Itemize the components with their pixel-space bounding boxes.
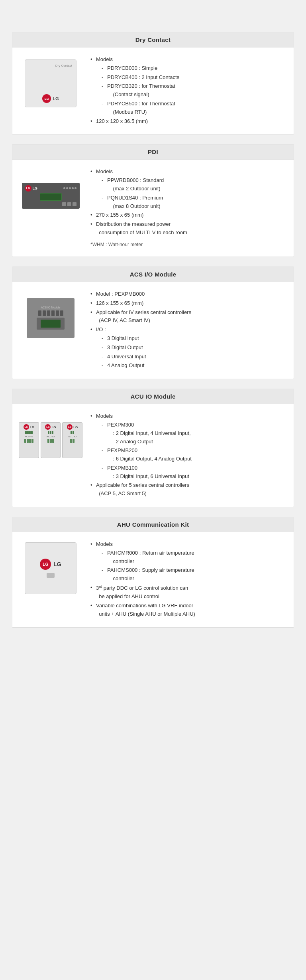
ahu-lg-row: LG LG [40, 559, 61, 570]
pdi-dot [75, 187, 76, 189]
pdi-device: LG LG [22, 183, 80, 209]
pdi-dot [72, 187, 74, 189]
acu-bottom-pins-2 [47, 439, 54, 443]
acs-port [56, 310, 59, 316]
acu-models: PEXPM300 : 2 Digital Input, 4 Universal … [96, 421, 287, 481]
list-item: Variable combinations with LG VRF indoor… [90, 602, 287, 618]
list-item: PQNUD1S40 : Premium (max 8 Outdoor unit) [102, 194, 287, 211]
list-item: I/O : 3 Digital Input 3 Digital Output 4… [90, 326, 287, 370]
acu-pin [48, 431, 49, 434]
ahu-kit-image: LG LG [19, 540, 82, 596]
acu-terminals [25, 431, 33, 434]
acu-pin [29, 439, 31, 443]
dry-contact-card: Dry Contact Dry Contact LG LG Models PDR… [12, 32, 294, 134]
acu-bottom-pins-3 [70, 439, 75, 443]
acu-unit-1: LG LG ACU IO [19, 422, 39, 458]
lg-logo: LG LG [42, 94, 59, 103]
acu-terminals-3 [71, 431, 74, 434]
list-item: 3rd party DDC or LG control solution can… [90, 584, 287, 601]
acu-io-title-text: ACU IO Module [130, 393, 175, 400]
lg-circle-icon: LG [42, 94, 51, 103]
acs-io-body: ACS IO Module Model : PEXPMB000 126 x 15… [12, 282, 294, 379]
ahu-device: LG LG [25, 542, 76, 594]
list-item: PDRYCB320 : for Thermostat (Contact sign… [102, 82, 287, 99]
acu-io-image: LG LG ACU IO [19, 412, 82, 468]
acu-lg-text: LG [30, 425, 34, 429]
pdi-title: PDI [12, 144, 294, 160]
acu-pin [27, 439, 29, 443]
list-item: Applicable for IV series central control… [90, 308, 287, 325]
acu-pin [52, 439, 54, 443]
acu-pin [70, 439, 72, 443]
acu-lg-circle: LG [24, 424, 29, 430]
pdi-models: PPWRDB000 : Standard (max 2 Outdoor unit… [96, 176, 287, 210]
acu-device: LG LG ACU IO [19, 420, 82, 460]
acu-pin [27, 431, 29, 434]
acu-io-card: ACU IO Module LG LG ACU IO [12, 389, 294, 507]
acu-unit-3: LG LG ACU IO [62, 422, 82, 458]
pdi-list: Models PPWRDB000 : Standard (max 2 Outdo… [90, 168, 287, 237]
list-item: PEXPM300 : 2 Digital Input, 4 Universal … [102, 421, 287, 446]
ahu-kit-title-text: AHU Communication Kit [117, 521, 189, 528]
list-item: PDRYCB500 : for Thermostat (Modbus RTU) [102, 100, 287, 117]
acs-device: ACS IO Module [27, 298, 75, 338]
dry-contact-title: Dry Contact [12, 32, 294, 47]
acs-port [51, 310, 55, 316]
acu-pin [29, 431, 31, 434]
list-item: 3 Digital Input [102, 334, 287, 343]
pdi-buttons [62, 202, 76, 206]
pdi-lg-text: LG [33, 186, 38, 190]
list-item: 270 x 155 x 65 (mm) [90, 211, 287, 219]
pdi-logo: LG LG [25, 185, 38, 192]
dry-contact-body: Dry Contact LG LG Models PDRYCB000 : Sim… [12, 47, 294, 134]
pdi-title-text: PDI [148, 148, 158, 155]
acu-terminals-2 [48, 431, 53, 434]
acs-ports [38, 310, 63, 316]
list-item: 126 x 155 x 65 (mm) [90, 299, 287, 308]
acu-pin [24, 439, 26, 443]
acu-pin [71, 431, 72, 434]
acs-io-title-text: ACS I/O Module [130, 271, 177, 278]
list-item: PEXPMB200 : 6 Digital Output, 4 Analog O… [102, 447, 287, 463]
lg-brand-text: LG [53, 96, 59, 101]
ahu-kit-body: LG LG Models PAHCMR000 : Return air temp… [12, 532, 294, 627]
acu-logo-row-2: LG LG [45, 424, 56, 430]
acu-lg-circle-3: LG [67, 424, 73, 430]
pdi-button [62, 202, 66, 206]
acu-unit-label-2: ACU IO [47, 435, 55, 438]
acs-screen [41, 320, 61, 328]
pdi-lg-circle: LG [25, 185, 31, 192]
acs-port [43, 310, 46, 316]
acs-display [37, 318, 65, 330]
list-item: PDRYCB400 : 2 Input Contacts [102, 73, 287, 82]
acu-io-info: Models PEXPM300 : 2 Digital Input, 4 Uni… [90, 412, 287, 499]
ahu-small-rect [47, 573, 55, 578]
acu-lg-circle-2: LG [45, 424, 51, 430]
list-item: 120 x 120 x 36.5 (mm) [90, 117, 287, 126]
acs-io-list: Model : PEXPMB000 126 x 155 x 65 (mm) Ap… [90, 290, 287, 370]
acu-pin [73, 439, 75, 443]
list-item: Applicable for 5 series central controll… [90, 481, 287, 498]
acu-pin [73, 431, 74, 434]
dry-contact-info: Models PDRYCB000 : Simple PDRYCB400 : 2 … [90, 55, 287, 126]
acu-bottom-pins [24, 439, 33, 443]
acu-pin [31, 439, 33, 443]
pdi-display [40, 193, 62, 201]
acu-io-body: LG LG ACU IO [12, 404, 294, 507]
acu-logo-row-3: LG LG [67, 424, 78, 430]
list-item: Models PAHCMR000 : Return air temperatur… [90, 540, 287, 583]
ahu-lg-text: LG [53, 561, 61, 567]
list-item: PAHCMR000 : Return air temperature contr… [102, 549, 287, 566]
list-item: Models PPWRDB000 : Standard (max 2 Outdo… [90, 168, 287, 210]
acs-io-details: 3 Digital Input 3 Digital Output 4 Unive… [96, 334, 287, 370]
pdi-top-row: LG LG [25, 185, 76, 192]
pdi-button [73, 202, 76, 206]
list-item: Models PEXPM300 : 2 Digital Input, 4 Uni… [90, 412, 287, 480]
acu-io-list: Models PEXPM300 : 2 Digital Input, 4 Uni… [90, 412, 287, 498]
pdi-image: LG LG [19, 168, 82, 223]
acs-io-image: ACS IO Module [19, 290, 82, 346]
acs-io-info: Model : PEXPMB000 126 x 155 x 65 (mm) Ap… [90, 290, 287, 371]
list-item: PPWRDB000 : Standard (max 2 Outdoor unit… [102, 176, 287, 193]
dry-contact-device: Dry Contact LG LG [25, 59, 76, 107]
list-item: 3 Digital Output [102, 344, 287, 352]
